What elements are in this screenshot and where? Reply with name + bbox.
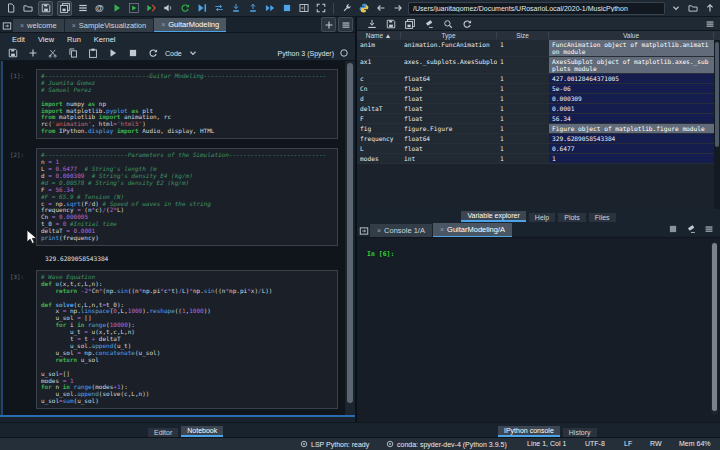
- notebook-cell-2[interactable]: [2]:#-----------------------Parameters o…: [36, 148, 338, 246]
- variable-row-ax1[interactable]: ax1axes._subplots.AxesSubplot1AxesSubplo…: [357, 57, 720, 74]
- refresh-variables-icon[interactable]: [460, 17, 473, 30]
- variable-row-F[interactable]: Ffloat156.34: [357, 114, 720, 124]
- variable-row-deltaT[interactable]: deltaTfloat10.0001: [357, 104, 720, 114]
- import-data-icon[interactable]: [365, 17, 378, 30]
- column-header-size[interactable]: Size: [497, 32, 549, 39]
- variable-row-modes[interactable]: modesint11: [357, 154, 720, 164]
- variable-row-fig[interactable]: figfigure.Figure1Figure object of matplo…: [357, 124, 720, 134]
- pane-tab-plots[interactable]: Plots: [558, 213, 586, 222]
- menu-view[interactable]: View: [38, 35, 54, 44]
- pane-tab-files[interactable]: Files: [589, 213, 616, 222]
- save-data-icon[interactable]: [384, 17, 397, 30]
- pane-tab-editor[interactable]: Editor: [148, 428, 178, 437]
- cut-cells-icon[interactable]: [46, 47, 59, 60]
- run-cell-advance-icon[interactable]: [144, 2, 157, 15]
- table-header[interactable]: Name ▲TypeSizeValue: [357, 31, 720, 40]
- run-file-icon[interactable]: [110, 2, 123, 15]
- find-symbols-icon[interactable]: @: [93, 2, 106, 15]
- debug-cell-icon[interactable]: [212, 2, 225, 15]
- column-header-name[interactable]: Name ▲: [357, 32, 401, 39]
- notebook-cell-1[interactable]: [1]:#-----------------------------Guitar…: [36, 69, 338, 139]
- status-lf[interactable]: LF: [624, 440, 632, 447]
- preferences-icon[interactable]: [340, 2, 353, 15]
- new-file-icon[interactable]: [4, 2, 17, 15]
- step-into-icon[interactable]: [229, 2, 242, 15]
- path-dropdown-icon[interactable]: [669, 2, 682, 15]
- pane-tab-history[interactable]: History: [563, 428, 597, 437]
- re-run-cell-icon[interactable]: [178, 2, 191, 15]
- chevron-down-icon[interactable]: [188, 48, 198, 59]
- variable-row-c[interactable]: cfloat641427.00128464371005: [357, 74, 720, 84]
- column-header-type[interactable]: Type: [401, 32, 497, 39]
- variable-row-d[interactable]: dfloat10.000309: [357, 94, 720, 104]
- browse-tabs-icon[interactable]: [357, 224, 370, 237]
- interrupt-kernel-icon[interactable]: [666, 222, 679, 235]
- close-tab-icon[interactable]: ×: [72, 22, 76, 29]
- clear-console-icon[interactable]: [684, 222, 697, 235]
- pane-tab-variable-explorer[interactable]: Variable explorer: [461, 211, 525, 222]
- restart-kernel-icon[interactable]: [146, 47, 159, 60]
- python-env-icon[interactable]: [357, 2, 370, 15]
- working-directory-input[interactable]: [408, 2, 665, 15]
- file-switcher-icon[interactable]: [76, 2, 89, 15]
- close-tab-icon[interactable]: ×: [440, 226, 444, 233]
- table-scrollbar[interactable]: [714, 40, 720, 209]
- status-conda[interactable]: conda: spyder-dev-4 (Python 3.9.5): [386, 440, 507, 449]
- save-data-as-icon[interactable]: [403, 17, 416, 30]
- close-tab-icon[interactable]: ×: [20, 22, 24, 29]
- interrupt-kernel-icon[interactable]: [126, 47, 139, 60]
- forward-icon[interactable]: [391, 2, 404, 15]
- menu-kernel[interactable]: Kernel: [94, 35, 116, 44]
- browse-directory-icon[interactable]: [686, 2, 699, 15]
- back-icon[interactable]: [374, 2, 387, 15]
- variable-row-Cn[interactable]: Cnfloat15e-06: [357, 84, 720, 94]
- cell-type-dropdown[interactable]: Code: [165, 50, 182, 57]
- browse-tabs-icon[interactable]: [0, 19, 13, 32]
- notebook-canvas[interactable]: [1]:#-----------------------------Guitar…: [1, 61, 345, 415]
- remove-variables-icon[interactable]: [422, 17, 435, 30]
- console-tab-console-1-a[interactable]: ×Console 1/A: [370, 224, 432, 237]
- variable-row-anim[interactable]: animanimation.FuncAnimation1FuncAnimatio…: [357, 40, 720, 57]
- open-file-icon[interactable]: [21, 2, 34, 15]
- notebook-cell-3[interactable]: [3]:# Wave Equationdef u(x,t,c,L,n): ret…: [36, 270, 338, 409]
- status-lsp-python[interactable]: LSP Python: ready: [300, 440, 369, 449]
- status-line-1-col-1[interactable]: Line 1, Col 1: [527, 440, 566, 447]
- console-body[interactable]: In [6]:: [357, 238, 720, 423]
- search-variables-icon[interactable]: [441, 17, 454, 30]
- pane-tab-notebook[interactable]: Notebook: [181, 426, 223, 437]
- continue-execution-icon[interactable]: [263, 2, 276, 15]
- maximize-pane-icon[interactable]: [297, 2, 310, 15]
- editor-tab-welcome[interactable]: ×welcome: [13, 19, 64, 32]
- variable-row-L[interactable]: Lfloat10.6477: [357, 144, 720, 154]
- stop-debug-icon[interactable]: [280, 2, 293, 15]
- pane-tab-help[interactable]: Help: [529, 213, 555, 222]
- status-utf-8[interactable]: UTF-8: [585, 440, 605, 447]
- new-tab-icon[interactable]: [321, 17, 336, 32]
- options-menu-icon[interactable]: [705, 15, 720, 33]
- editor-tab-guitarmodeling[interactable]: ×GuitarModeling: [154, 18, 226, 32]
- save-all-icon[interactable]: [57, 1, 72, 16]
- step-out-icon[interactable]: [246, 2, 259, 15]
- column-header-value[interactable]: Value: [549, 32, 714, 39]
- menu-edit[interactable]: Edit: [12, 35, 25, 44]
- status-rw[interactable]: RW: [650, 440, 662, 447]
- console-tab-guitarmodeling-a[interactable]: ×GuitarModeling/A: [433, 223, 512, 237]
- fullscreen-icon[interactable]: [314, 2, 327, 15]
- save-file-icon[interactable]: [38, 1, 53, 16]
- add-cell-icon[interactable]: [26, 47, 39, 60]
- close-tab-icon[interactable]: ×: [161, 21, 165, 28]
- menu-run[interactable]: Run: [67, 35, 81, 44]
- close-tab-icon[interactable]: ×: [377, 227, 381, 234]
- pane-tab-ipython-console[interactable]: IPython console: [498, 426, 560, 437]
- tabs-menu-icon[interactable]: [338, 17, 353, 32]
- run-cell-icon[interactable]: [106, 47, 119, 60]
- editor-tab-samplevisualization[interactable]: ×SampleVisualization: [65, 19, 154, 32]
- options-menu-icon[interactable]: [702, 222, 715, 235]
- status-mem-64-[interactable]: Mem 64%: [679, 440, 711, 447]
- run-selection-icon[interactable]: [161, 2, 174, 15]
- debug-file-icon[interactable]: [195, 2, 208, 15]
- variable-row-frequency[interactable]: frequencyfloat641329.6289058543384: [357, 134, 720, 144]
- parent-directory-icon[interactable]: [703, 2, 716, 15]
- save-notebook-icon[interactable]: [6, 47, 19, 60]
- paste-cells-icon[interactable]: [86, 47, 99, 60]
